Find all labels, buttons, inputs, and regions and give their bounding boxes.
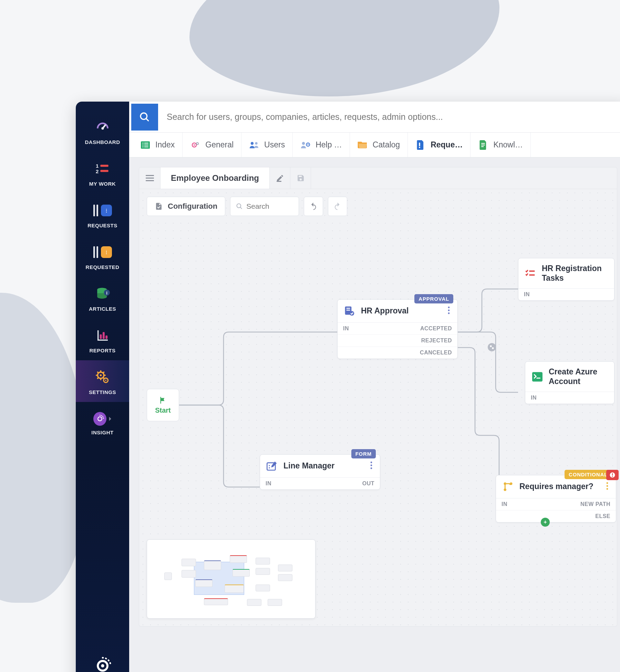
canvas-toolbar: Configuration xyxy=(147,197,347,216)
svg-rect-14 xyxy=(105,335,107,339)
svg-rect-65 xyxy=(612,473,613,476)
tab-help[interactable]: Help … xyxy=(293,133,350,157)
global-search-input[interactable] xyxy=(158,102,620,132)
svg-point-71 xyxy=(607,485,608,487)
svg-rect-8 xyxy=(96,246,98,258)
node-title: Requires manager? xyxy=(519,482,599,492)
node-create-azure[interactable]: Create Azure Account IN xyxy=(525,361,614,404)
tab-general[interactable]: General xyxy=(183,133,241,157)
svg-point-57 xyxy=(269,467,270,468)
save-button[interactable] xyxy=(290,167,311,189)
svg-point-52 xyxy=(448,307,450,308)
svg-rect-12 xyxy=(100,334,102,339)
workflow-title: Employee Onboarding xyxy=(161,167,270,189)
svg-point-72 xyxy=(607,488,608,490)
svg-point-67 xyxy=(504,483,507,485)
kebab-icon xyxy=(370,462,372,469)
sidebar-item-articles[interactable]: i ARTICLES xyxy=(76,277,129,319)
node-menu-button[interactable] xyxy=(605,481,610,493)
canvas-search[interactable] xyxy=(230,197,299,216)
svg-rect-6 xyxy=(96,205,98,216)
svg-point-34 xyxy=(255,142,257,144)
node-title: Create Azure Account xyxy=(549,367,608,386)
node-start[interactable]: Start xyxy=(147,389,179,421)
svg-text:i: i xyxy=(106,291,107,296)
svg-rect-2 xyxy=(100,165,108,167)
kebab-icon xyxy=(448,307,450,314)
port-else: ELSE xyxy=(595,513,610,519)
undo-button[interactable] xyxy=(304,197,323,216)
node-menu-button[interactable] xyxy=(369,460,374,472)
node-title: Line Manager xyxy=(283,461,363,471)
tab-label: Catalog xyxy=(373,140,400,149)
add-port-button[interactable]: + xyxy=(541,518,550,527)
alert-icon xyxy=(609,472,616,478)
redo-button[interactable] xyxy=(328,197,347,216)
sidebar-item-mywork[interactable]: 12 MY WORK xyxy=(76,152,129,194)
approval-icon xyxy=(344,305,355,317)
svg-point-60 xyxy=(371,467,372,469)
workflow-header: Employee Onboarding xyxy=(139,167,617,189)
users-gear-icon xyxy=(300,141,311,149)
users-icon xyxy=(249,141,259,149)
svg-point-18 xyxy=(105,380,106,381)
sidebar-label: DASHBOARD xyxy=(85,139,120,145)
search-icon xyxy=(236,203,243,210)
port-canceled: CANCELED xyxy=(420,350,452,356)
sidebar-item-insight[interactable]: INSIGHT xyxy=(76,402,129,442)
port-in: IN xyxy=(343,325,349,332)
tab-label: General xyxy=(205,140,234,149)
configuration-label: Configuration xyxy=(168,202,217,211)
redo-icon xyxy=(333,202,342,211)
edit-button[interactable] xyxy=(270,167,290,189)
svg-rect-50 xyxy=(347,310,350,311)
tab-label: Users xyxy=(264,140,285,149)
main-area: Index General Users Help … Catalog Reque… xyxy=(129,102,620,672)
folder-icon xyxy=(358,141,368,149)
node-title: HR Approval xyxy=(361,306,441,316)
sidebar-item-requested[interactable]: REQUESTED xyxy=(76,235,129,277)
workflow-canvas[interactable]: Configuration xyxy=(139,189,617,627)
alert-badge-icon xyxy=(101,205,112,216)
tab-users[interactable]: Users xyxy=(241,133,293,157)
sidebar-item-requests[interactable]: REQUESTS xyxy=(76,194,129,235)
checklist-icon xyxy=(525,268,536,279)
svg-rect-7 xyxy=(93,246,95,258)
tab-catalog[interactable]: Catalog xyxy=(350,133,408,157)
save-icon xyxy=(297,174,305,182)
sidebar: DASHBOARD 12 MY WORK REQUESTS REQUESTED xyxy=(76,102,129,672)
workflow-menu-button[interactable] xyxy=(139,167,161,189)
svg-rect-42 xyxy=(482,146,484,147)
error-badge[interactable] xyxy=(606,470,619,480)
tab-knowledge[interactable]: Knowl… xyxy=(471,133,531,157)
sidebar-item-dashboard[interactable]: DASHBOARD xyxy=(76,110,129,152)
search-button[interactable] xyxy=(131,104,158,131)
svg-rect-41 xyxy=(482,144,485,145)
svg-text:2: 2 xyxy=(96,168,99,174)
chevron-right-icon xyxy=(108,417,112,421)
svg-point-16 xyxy=(100,374,102,376)
bars-icon xyxy=(93,204,100,217)
configuration-button[interactable]: Configuration xyxy=(147,197,225,216)
node-hr-approval[interactable]: APPROVAL HR Approval INACCEPTED REJECTED… xyxy=(337,299,458,359)
search-bar xyxy=(129,102,620,133)
node-line-manager[interactable]: FORM Line Manager INOUT xyxy=(260,454,380,490)
svg-point-58 xyxy=(371,462,372,463)
tab-index[interactable]: Index xyxy=(133,133,183,157)
svg-point-21 xyxy=(101,664,104,667)
sidebar-item-settings[interactable]: SETTINGS xyxy=(76,360,129,402)
svg-rect-61 xyxy=(529,270,535,272)
sidebar-item-reports[interactable]: REPORTS xyxy=(76,319,129,360)
numbered-list-icon: 12 xyxy=(96,163,110,174)
document-icon xyxy=(478,141,488,149)
svg-text:1: 1 xyxy=(96,163,99,169)
tab-requests[interactable]: Reque… xyxy=(408,133,471,157)
port-in: IN xyxy=(531,395,537,401)
svg-point-33 xyxy=(251,142,254,145)
node-requires-manager[interactable]: CONDITIONAL Requires manager? INNEW PATH… xyxy=(496,475,616,523)
node-menu-button[interactable] xyxy=(446,305,451,317)
pencil-icon xyxy=(276,174,284,182)
minimap[interactable] xyxy=(147,539,316,619)
canvas-search-input[interactable] xyxy=(246,202,288,210)
node-hr-registration[interactable]: HR Registration Tasks IN xyxy=(518,258,614,301)
